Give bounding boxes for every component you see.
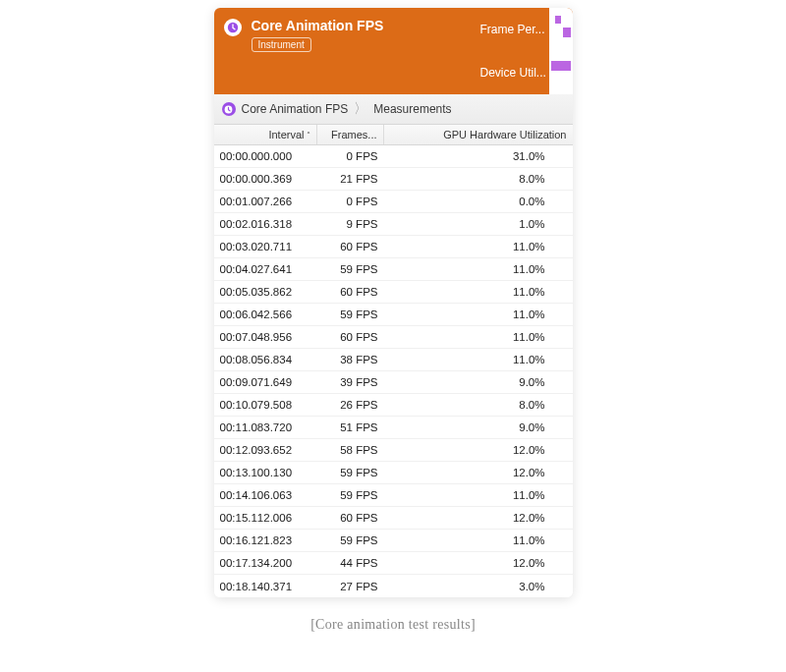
table-row[interactable]: 00:02.016.3189 FPS1.0% (214, 213, 573, 236)
bar-icon (563, 28, 571, 37)
cell-gpu: 1.0% (384, 218, 573, 230)
cell-interval: 00:15.112.006 (214, 512, 317, 524)
table-row[interactable]: 00:05.035.86260 FPS11.0% (214, 281, 573, 304)
cell-frames: 60 FPS (317, 286, 384, 298)
cell-frames: 44 FPS (317, 557, 384, 569)
cell-interval: 00:18.140.371 (214, 581, 317, 592)
breadcrumb[interactable]: Core Animation FPS 〉 Measurements (214, 94, 573, 125)
instrument-header: Core Animation FPS Instrument Frame Per.… (214, 8, 573, 94)
cell-gpu: 11.0% (384, 286, 573, 298)
table-row[interactable]: 00:15.112.00660 FPS12.0% (214, 507, 573, 530)
track-device-utilization[interactable]: Device Util... (475, 51, 573, 94)
cell-gpu: 12.0% (384, 512, 573, 524)
cell-frames: 59 FPS (317, 308, 384, 320)
table-row[interactable]: 00:03.020.71160 FPS11.0% (214, 236, 573, 258)
cell-frames: 38 FPS (317, 354, 384, 365)
table-header: Interval ˄ Frames... GPU Hardware Utiliz… (214, 125, 573, 145)
cell-frames: 51 FPS (317, 421, 384, 433)
instrument-tracks: Frame Per... Device Util... (475, 8, 573, 94)
table-row[interactable]: 00:00.000.36921 FPS8.0% (214, 168, 573, 191)
track-label: Frame Per... (480, 23, 545, 36)
table-row[interactable]: 00:07.048.95660 FPS11.0% (214, 326, 573, 349)
table-row[interactable]: 00:13.100.13059 FPS12.0% (214, 462, 573, 484)
chevron-right-icon: 〉 (354, 100, 367, 118)
clock-icon (222, 102, 236, 116)
cell-gpu: 3.0% (384, 581, 573, 592)
table-row[interactable]: 00:10.079.50826 FPS8.0% (214, 394, 573, 417)
table-row[interactable]: 00:01.007.2660 FPS0.0% (214, 191, 573, 213)
cell-frames: 58 FPS (317, 444, 384, 456)
cell-interval: 00:00.000.369 (214, 173, 317, 185)
cell-interval: 00:08.056.834 (214, 354, 317, 365)
table-row[interactable]: 00:16.121.82359 FPS11.0% (214, 530, 573, 552)
bar-icon (551, 61, 571, 71)
cell-gpu: 11.0% (384, 534, 573, 546)
instruments-panel: Core Animation FPS Instrument Frame Per.… (214, 8, 573, 597)
cell-gpu: 31.0% (384, 150, 573, 162)
cell-frames: 59 FPS (317, 467, 384, 478)
cell-gpu: 11.0% (384, 354, 573, 365)
cell-frames: 0 FPS (317, 196, 384, 207)
instrument-header-left: Core Animation FPS Instrument (214, 8, 475, 94)
instrument-tag: Instrument (252, 37, 311, 52)
cell-gpu: 9.0% (384, 421, 573, 433)
breadcrumb-secondary: Measurements (373, 102, 451, 116)
table-row[interactable]: 00:08.056.83438 FPS11.0% (214, 349, 573, 371)
table-body: 00:00.000.0000 FPS31.0%00:00.000.36921 F… (214, 145, 573, 597)
cell-gpu: 12.0% (384, 444, 573, 456)
cell-interval: 00:02.016.318 (214, 218, 317, 230)
cell-frames: 26 FPS (317, 399, 384, 411)
cell-frames: 21 FPS (317, 173, 384, 185)
column-label: Frames... (331, 129, 376, 140)
table-row[interactable]: 00:12.093.65258 FPS12.0% (214, 439, 573, 462)
column-interval[interactable]: Interval ˄ (214, 125, 317, 144)
table-row[interactable]: 00:11.083.72051 FPS9.0% (214, 417, 573, 439)
table-row[interactable]: 00:09.071.64939 FPS9.0% (214, 371, 573, 394)
cell-gpu: 8.0% (384, 173, 573, 185)
cell-interval: 00:17.134.200 (214, 557, 317, 569)
mini-histogram (549, 8, 573, 51)
figure-caption: [Core animation test results] (310, 617, 476, 633)
cell-interval: 00:11.083.720 (214, 421, 317, 433)
mini-histogram (549, 51, 573, 94)
cell-gpu: 9.0% (384, 376, 573, 388)
clock-icon (224, 19, 242, 36)
cell-interval: 00:05.035.862 (214, 286, 317, 298)
cell-gpu: 12.0% (384, 467, 573, 478)
cell-interval: 00:06.042.566 (214, 308, 317, 320)
track-frame-performance[interactable]: Frame Per... (475, 8, 573, 51)
cell-interval: 00:13.100.130 (214, 467, 317, 478)
cell-interval: 00:10.079.508 (214, 399, 317, 411)
cell-frames: 0 FPS (317, 150, 384, 162)
column-label: Interval (268, 129, 304, 140)
cell-frames: 59 FPS (317, 534, 384, 546)
table-row[interactable]: 00:04.027.64159 FPS11.0% (214, 258, 573, 281)
column-gpu[interactable]: GPU Hardware Utilization (384, 125, 573, 144)
cell-interval: 00:03.020.711 (214, 241, 317, 252)
instrument-title-block: Core Animation FPS Instrument (252, 18, 384, 84)
cell-frames: 59 FPS (317, 489, 384, 501)
cell-gpu: 12.0% (384, 557, 573, 569)
bar-icon (555, 16, 561, 24)
cell-interval: 00:16.121.823 (214, 534, 317, 546)
table-row[interactable]: 00:14.106.06359 FPS11.0% (214, 484, 573, 507)
breadcrumb-primary: Core Animation FPS (242, 102, 349, 116)
table-row[interactable]: 00:18.140.37127 FPS3.0% (214, 575, 573, 597)
cell-frames: 27 FPS (317, 581, 384, 592)
cell-interval: 00:09.071.649 (214, 376, 317, 388)
cell-interval: 00:01.007.266 (214, 196, 317, 207)
table-row[interactable]: 00:00.000.0000 FPS31.0% (214, 145, 573, 168)
cell-interval: 00:04.027.641 (214, 263, 317, 275)
table-row[interactable]: 00:17.134.20044 FPS12.0% (214, 552, 573, 575)
column-frames[interactable]: Frames... (317, 125, 384, 144)
instrument-title: Core Animation FPS (252, 18, 384, 33)
cell-gpu: 11.0% (384, 263, 573, 275)
sort-asc-icon: ˄ (307, 131, 310, 140)
cell-frames: 39 FPS (317, 376, 384, 388)
table-row[interactable]: 00:06.042.56659 FPS11.0% (214, 304, 573, 326)
cell-gpu: 11.0% (384, 331, 573, 343)
cell-frames: 60 FPS (317, 331, 384, 343)
cell-gpu: 11.0% (384, 241, 573, 252)
column-label: GPU Hardware Utilization (443, 129, 566, 140)
cell-gpu: 11.0% (384, 489, 573, 501)
